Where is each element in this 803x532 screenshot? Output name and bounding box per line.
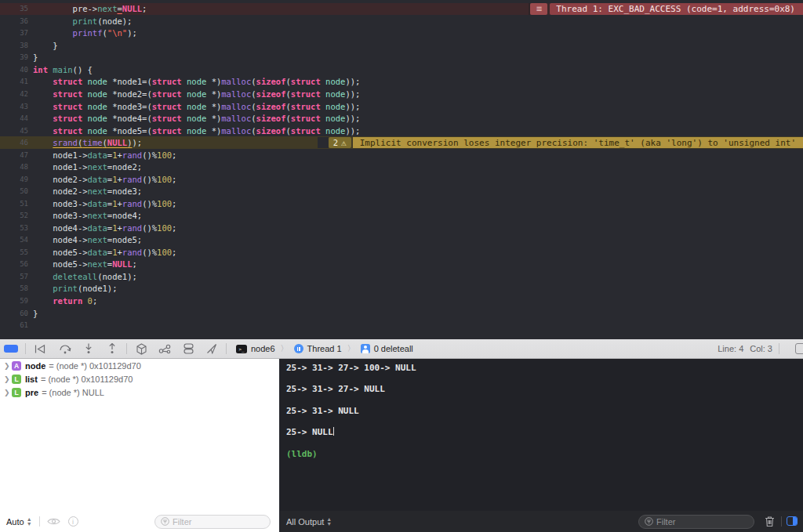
code-line[interactable]: 61 xyxy=(0,319,803,331)
step-over-button[interactable] xyxy=(56,341,74,356)
gutter-line-number[interactable]: 57 xyxy=(0,273,30,280)
warning-count-badge[interactable]: 2⚠ xyxy=(329,137,351,149)
step-into-icon xyxy=(83,343,94,354)
code-text: print(node); xyxy=(33,16,132,26)
code-line[interactable]: 55 node5->data=1+rand()%100; xyxy=(0,246,803,259)
memory-graph-button[interactable] xyxy=(155,341,174,356)
gutter-line-number[interactable]: 53 xyxy=(0,224,30,232)
code-line[interactable]: 57 deleteall(node1); xyxy=(0,270,803,283)
code-line[interactable]: 43 struct node *node3=(struct node *)mal… xyxy=(0,100,803,113)
variable-row[interactable]: ❯Lpre= (node *) NULL xyxy=(0,385,279,399)
continue-execution-button[interactable] xyxy=(31,341,49,356)
gutter-line-number[interactable]: 56 xyxy=(0,260,30,268)
gutter-line-number[interactable]: 58 xyxy=(0,284,30,292)
console-toggle-icon[interactable] xyxy=(787,516,798,526)
gutter-line-number[interactable]: 44 xyxy=(0,114,30,122)
code-editor[interactable]: 35 pre->next=NULL;≡Thread 1: EXC_BAD_ACC… xyxy=(0,0,803,339)
code-line[interactable]: 46 srand(time(NULL));2⚠Implicit conversi… xyxy=(0,136,803,149)
breadcrumb-target[interactable]: node6 xyxy=(251,344,275,353)
breadcrumb-frame[interactable]: 0 deleteall xyxy=(374,344,413,353)
gutter-line-number[interactable]: 45 xyxy=(0,127,30,135)
code-line[interactable]: 53 node4->data=1+rand()%100; xyxy=(0,222,803,234)
gutter-line-number[interactable]: 55 xyxy=(0,248,30,256)
step-into-button[interactable] xyxy=(79,341,98,356)
code-line[interactable]: 38 } xyxy=(0,39,803,52)
environment-overrides-button[interactable] xyxy=(179,341,198,356)
disclosure-chevron-icon[interactable]: ❯ xyxy=(4,362,12,370)
gutter-line-number[interactable]: 50 xyxy=(0,187,30,195)
variable-value: = (node *) NULL xyxy=(42,388,104,397)
gutter-line-number[interactable]: 43 xyxy=(0,103,30,110)
code-line[interactable]: 36 print(node); xyxy=(0,15,803,27)
gutter-line-number[interactable]: 36 xyxy=(0,17,30,25)
code-line[interactable]: 37 printf("\n"); xyxy=(0,27,803,40)
quicklook-eye-icon[interactable] xyxy=(47,517,60,526)
gutter-line-number[interactable]: 47 xyxy=(0,151,30,159)
gutter-line-number[interactable]: 52 xyxy=(0,212,30,219)
step-out-button[interactable] xyxy=(103,341,122,356)
variables-scope-select[interactable]: Auto xyxy=(6,517,24,527)
hide-debug-area-icon[interactable] xyxy=(795,343,803,354)
variable-row[interactable]: ❯Llist= (node *) 0x101129d70 xyxy=(0,372,279,385)
toolbar-divider xyxy=(226,343,227,354)
console-line xyxy=(286,374,803,385)
gutter-line-number[interactable]: 54 xyxy=(0,236,30,244)
gutter-line-number[interactable]: 46 xyxy=(0,139,30,147)
console-filter-field[interactable]: Filter xyxy=(638,515,754,529)
code-line[interactable]: 58 print(node1); xyxy=(0,283,803,295)
code-line[interactable]: 39} xyxy=(0,52,803,64)
code-text: node3->next=node4; xyxy=(33,211,142,220)
code-line[interactable]: 42 struct node *node2=(struct node *)mal… xyxy=(0,88,803,100)
breadcrumb-thread[interactable]: Thread 1 xyxy=(307,344,342,353)
gutter-line-number[interactable]: 59 xyxy=(0,297,30,305)
disclosure-chevron-icon[interactable]: ❯ xyxy=(4,375,12,383)
code-line[interactable]: 56 node5->next=NULL; xyxy=(0,259,803,271)
info-icon[interactable]: i xyxy=(68,516,78,527)
warning-banner[interactable]: 2⚠Implicit conversion loses integer prec… xyxy=(318,137,803,149)
code-line[interactable]: 35 pre->next=NULL;≡Thread 1: EXC_BAD_ACC… xyxy=(0,3,803,16)
code-line[interactable]: 45 struct node *node5=(struct node *)mal… xyxy=(0,125,803,137)
gutter-line-number[interactable]: 37 xyxy=(0,29,30,37)
gutter-line-number[interactable]: 41 xyxy=(0,78,30,85)
gutter-line-number[interactable]: 49 xyxy=(0,176,30,183)
disclosure-chevron-icon[interactable]: ❯ xyxy=(4,389,12,396)
code-line[interactable]: 40int main() { xyxy=(0,63,803,76)
variable-row[interactable]: ❯Anode= (node *) 0x101129d70 xyxy=(0,359,279,372)
gutter-line-number[interactable]: 39 xyxy=(0,53,30,61)
code-text: node4->next=node5; xyxy=(33,235,142,244)
gutter-line-number[interactable]: 35 xyxy=(0,5,30,13)
col-label: Col: 3 xyxy=(750,344,772,353)
console-pane[interactable]: 25-> 31-> 27-> 100-> NULL 25-> 31-> 27->… xyxy=(280,359,803,532)
console-output[interactable]: 25-> 31-> 27-> 100-> NULL 25-> 31-> 27->… xyxy=(280,359,803,459)
output-scope-select[interactable]: All Output xyxy=(286,517,324,527)
code-line[interactable]: 49 node2->data=1+rand()%100; xyxy=(0,173,803,186)
gutter-line-number[interactable]: 61 xyxy=(0,321,30,329)
code-line[interactable]: 59 return 0; xyxy=(0,295,803,307)
code-line[interactable]: 51 node3->data=1+rand()%100; xyxy=(0,197,803,210)
error-banner[interactable]: ≡Thread 1: EXC_BAD_ACCESS (code=1, addre… xyxy=(529,3,803,15)
debug-view-hierarchy-button[interactable] xyxy=(132,341,151,356)
gutter-line-number[interactable]: 48 xyxy=(0,163,30,171)
code-line[interactable]: 54 node4->next=node5; xyxy=(0,234,803,247)
gutter-line-number[interactable]: 38 xyxy=(0,42,30,49)
code-text: return 0; xyxy=(33,296,97,306)
trash-icon[interactable] xyxy=(765,516,775,527)
chevron-separator-icon: 〉 xyxy=(347,343,355,354)
code-line[interactable]: 47 node1->data=1+rand()%100; xyxy=(0,149,803,161)
chevron-separator-icon: 〉 xyxy=(281,343,289,354)
code-line[interactable]: 44 struct node *node4=(struct node *)mal… xyxy=(0,112,803,125)
code-line[interactable]: 60} xyxy=(0,307,803,320)
code-line[interactable]: 41 struct node *node1=(struct node *)mal… xyxy=(0,76,803,89)
hamburger-icon[interactable]: ≡ xyxy=(530,3,547,15)
simulate-location-button[interactable] xyxy=(202,341,221,356)
code-line[interactable]: 48 node1->next=node2; xyxy=(0,161,803,173)
gutter-line-number[interactable]: 60 xyxy=(0,309,30,317)
code-line[interactable]: 52 node3->next=node4; xyxy=(0,210,803,223)
gutter-line-number[interactable]: 42 xyxy=(0,90,30,98)
error-message: Thread 1: EXC_BAD_ACCESS (code=1, addres… xyxy=(550,3,803,15)
breakpoints-toggle-button[interactable] xyxy=(2,341,20,356)
code-line[interactable]: 50 node2->next=node3; xyxy=(0,185,803,197)
gutter-line-number[interactable]: 40 xyxy=(0,66,30,74)
gutter-line-number[interactable]: 51 xyxy=(0,200,30,208)
variables-filter-field[interactable]: Filter xyxy=(154,515,271,529)
